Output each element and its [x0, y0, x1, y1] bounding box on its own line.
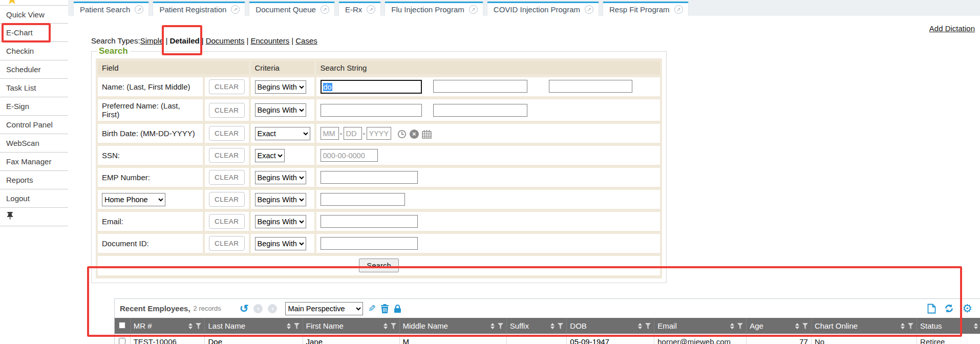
sort-icon[interactable]: [491, 323, 495, 329]
criteria-select[interactable]: Begins With: [255, 171, 306, 184]
page-next-icon[interactable]: ›: [268, 304, 277, 313]
undo-icon[interactable]: ↺: [240, 303, 249, 314]
dob-year-input[interactable]: [367, 127, 391, 140]
search-type-simple[interactable]: Simple: [140, 36, 164, 45]
edit-pencil-icon[interactable]: ✎: [368, 303, 376, 314]
tab-covid-injection-program[interactable]: COVID Injection Program ↗: [487, 2, 599, 16]
sort-icon[interactable]: [188, 323, 193, 329]
sidebar-item-webscan[interactable]: WebScan: [0, 134, 68, 153]
open-in-new-icon[interactable]: ↗: [469, 5, 478, 14]
search-type-cases[interactable]: Cases: [295, 36, 317, 45]
sort-icon[interactable]: [974, 323, 978, 329]
cell-last-name-link[interactable]: Doe: [208, 337, 222, 344]
cell-first-name-link[interactable]: Jane: [306, 337, 323, 344]
sort-icon[interactable]: [730, 323, 734, 329]
col-header-status[interactable]: Status: [917, 318, 980, 334]
filter-icon[interactable]: [802, 323, 808, 329]
clear-button[interactable]: CLEAR: [209, 103, 245, 118]
search-type-documents[interactable]: Documents: [206, 36, 245, 45]
sort-icon[interactable]: [901, 323, 905, 329]
filter-icon[interactable]: [908, 323, 913, 329]
dob-day-input[interactable]: [344, 127, 362, 140]
ssn-input[interactable]: [321, 149, 378, 162]
sidebar-item-reports[interactable]: Reports: [0, 171, 68, 189]
sidebar-pin-toggle[interactable]: [0, 208, 68, 226]
search-type-encounters[interactable]: Encounters: [250, 36, 289, 45]
filter-icon[interactable]: [737, 323, 743, 329]
tab-e-rx[interactable]: E-Rx ↗: [338, 2, 381, 16]
clear-button[interactable]: CLEAR: [209, 126, 245, 141]
delete-trash-icon[interactable]: [381, 304, 389, 313]
row-checkbox[interactable]: [119, 338, 125, 344]
open-in-new-icon[interactable]: ↗: [231, 5, 240, 14]
new-document-icon[interactable]: [927, 304, 936, 314]
col-header-last-name[interactable]: Last Name: [205, 318, 303, 334]
col-header-email[interactable]: Email: [654, 318, 747, 334]
open-in-new-icon[interactable]: ↗: [321, 5, 329, 14]
sort-icon[interactable]: [384, 323, 388, 329]
phone-field-select[interactable]: Home Phone: [102, 193, 165, 206]
filter-icon[interactable]: [558, 323, 563, 329]
sidebar-item-checkin[interactable]: Checkin: [0, 42, 68, 60]
preferred-last-input[interactable]: [321, 104, 422, 117]
search-button[interactable]: Search: [359, 259, 399, 272]
page-prev-icon[interactable]: ‹: [253, 304, 263, 313]
col-header-suffix[interactable]: Suffix: [506, 318, 567, 334]
preferred-first-input[interactable]: [433, 104, 527, 117]
clear-date-icon[interactable]: ×: [410, 130, 419, 139]
email-input[interactable]: [321, 215, 418, 228]
add-dictation-link[interactable]: Add Dictation: [929, 24, 975, 33]
refresh-icon[interactable]: [944, 304, 954, 313]
criteria-select[interactable]: Begins With: [255, 193, 306, 206]
col-header-mr[interactable]: MR #: [130, 318, 205, 334]
cell-age-link[interactable]: 77: [799, 337, 808, 344]
clear-button[interactable]: CLEAR: [209, 148, 245, 163]
col-header-middle-name[interactable]: Middle Name: [399, 318, 506, 334]
criteria-select[interactable]: Begins With: [255, 237, 306, 250]
search-type-detailed[interactable]: Detailed: [169, 36, 199, 45]
clear-button[interactable]: CLEAR: [209, 192, 245, 207]
criteria-select[interactable]: Exact: [255, 149, 285, 162]
col-header-first-name[interactable]: First Name: [303, 318, 399, 334]
open-in-new-icon[interactable]: ↗: [135, 5, 143, 14]
name-middle-input[interactable]: [549, 80, 632, 93]
gear-icon[interactable]: ⚙: [962, 303, 972, 314]
col-header-chart-online[interactable]: Chart Online: [811, 318, 917, 334]
tab-flu-injection-program[interactable]: Flu Injection Program ↗: [385, 2, 483, 16]
calendar-icon[interactable]: [422, 130, 432, 139]
name-last-input[interactable]: do: [321, 80, 422, 94]
open-in-new-icon[interactable]: ↗: [585, 5, 593, 14]
document-id-input[interactable]: [321, 237, 418, 250]
criteria-select[interactable]: Exact: [255, 127, 310, 140]
clear-button[interactable]: CLEAR: [209, 236, 245, 251]
sidebar-item-quick-view[interactable]: Quick View: [0, 5, 68, 24]
sort-icon[interactable]: [638, 323, 642, 329]
col-header-dob[interactable]: DOB: [567, 318, 654, 334]
tab-patient-registration[interactable]: Patient Registration ↗: [153, 2, 245, 16]
filter-icon[interactable]: [196, 323, 201, 329]
sort-icon[interactable]: [795, 323, 799, 329]
filter-icon[interactable]: [645, 323, 651, 329]
sidebar-item-logout[interactable]: Logout: [0, 189, 68, 208]
sidebar-item-fax-manager[interactable]: Fax Manager: [0, 153, 68, 171]
sidebar-item-e-chart[interactable]: E-Chart: [0, 24, 68, 42]
cell-dob-link[interactable]: 05-09-1947: [570, 337, 609, 344]
sidebar-item-task-list[interactable]: Task List: [0, 79, 68, 97]
criteria-select[interactable]: Begins With: [255, 103, 306, 117]
sidebar-item-scheduler[interactable]: Scheduler: [0, 60, 68, 79]
emp-number-input[interactable]: [321, 171, 418, 184]
tab-document-queue[interactable]: Document Queue ↗: [249, 2, 335, 16]
cell-middle-name-link[interactable]: M: [403, 337, 410, 344]
dob-month-input[interactable]: [321, 127, 339, 140]
filter-icon[interactable]: [294, 323, 300, 329]
phone-input[interactable]: [321, 193, 405, 206]
select-all-checkbox[interactable]: [119, 322, 125, 329]
filter-icon[interactable]: [498, 323, 503, 329]
sidebar-item-e-sign[interactable]: E-Sign: [0, 97, 68, 116]
tab-patient-search[interactable]: Patient Search ↗: [73, 2, 149, 16]
open-in-new-icon[interactable]: ↗: [367, 5, 375, 14]
filter-icon[interactable]: [391, 323, 396, 329]
perspective-select[interactable]: Main Perspective: [285, 302, 363, 315]
criteria-select[interactable]: Begins With: [255, 215, 306, 228]
sort-icon[interactable]: [287, 323, 291, 329]
